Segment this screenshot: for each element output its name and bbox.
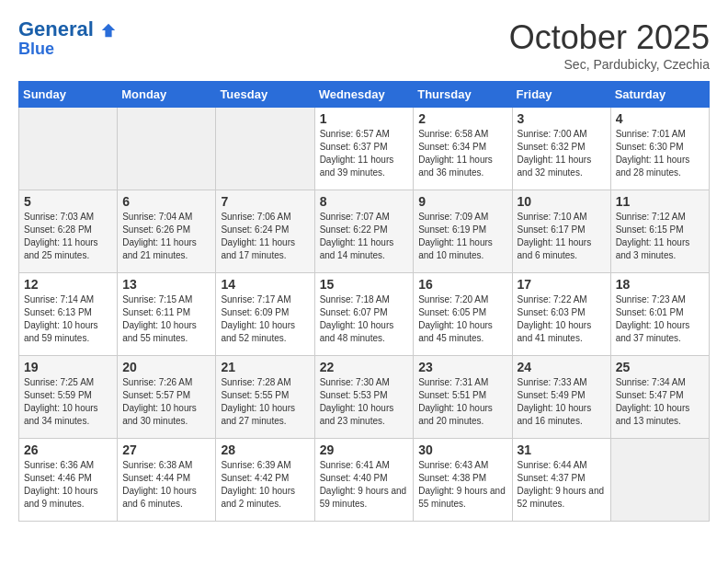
day-number: 1 bbox=[320, 111, 409, 126]
day-info: Sunrise: 6:39 AMSunset: 4:42 PMDaylight:… bbox=[221, 459, 309, 511]
day-number: 18 bbox=[616, 277, 704, 292]
day-number: 25 bbox=[616, 360, 704, 374]
day-info: Sunrise: 7:33 AMSunset: 5:49 PMDaylight:… bbox=[518, 376, 606, 428]
calendar-week-row: 12Sunrise: 7:14 AMSunset: 6:13 PMDayligh… bbox=[19, 273, 710, 356]
day-number: 13 bbox=[122, 277, 210, 292]
calendar-cell: 28Sunrise: 6:39 AMSunset: 4:42 PMDayligh… bbox=[216, 439, 314, 522]
day-number: 2 bbox=[418, 111, 506, 126]
day-number: 30 bbox=[418, 442, 506, 457]
day-number: 7 bbox=[221, 194, 309, 209]
day-number: 28 bbox=[221, 442, 309, 457]
calendar-cell: 19Sunrise: 7:25 AMSunset: 5:59 PMDayligh… bbox=[19, 356, 118, 439]
day-info: Sunrise: 7:34 AMSunset: 5:47 PMDaylight:… bbox=[616, 376, 704, 428]
day-number: 31 bbox=[518, 442, 606, 457]
day-number: 4 bbox=[616, 111, 704, 126]
day-number: 12 bbox=[24, 277, 112, 292]
calendar-cell bbox=[216, 108, 314, 190]
day-number: 27 bbox=[122, 442, 210, 457]
logo: General Blue bbox=[18, 18, 117, 59]
calendar-cell: 9Sunrise: 7:09 AMSunset: 6:19 PMDaylight… bbox=[414, 190, 512, 273]
month-title: October 2025 bbox=[509, 18, 710, 57]
logo-subtext: Blue bbox=[18, 40, 117, 59]
weekday-header: Tuesday bbox=[216, 82, 314, 108]
day-info: Sunrise: 6:44 AMSunset: 4:37 PMDaylight:… bbox=[518, 459, 606, 511]
weekday-header: Wednesday bbox=[314, 82, 414, 108]
day-info: Sunrise: 6:36 AMSunset: 4:46 PMDaylight:… bbox=[24, 459, 112, 511]
calendar-cell: 18Sunrise: 7:23 AMSunset: 6:01 PMDayligh… bbox=[610, 273, 709, 356]
day-info: Sunrise: 7:28 AMSunset: 5:55 PMDaylight:… bbox=[221, 376, 309, 428]
calendar-cell: 22Sunrise: 7:30 AMSunset: 5:53 PMDayligh… bbox=[314, 356, 414, 439]
day-number: 19 bbox=[24, 360, 112, 374]
weekday-header: Sunday bbox=[19, 82, 118, 108]
day-info: Sunrise: 6:58 AMSunset: 6:34 PMDaylight:… bbox=[418, 128, 506, 179]
day-number: 23 bbox=[418, 360, 506, 374]
calendar-cell: 2Sunrise: 6:58 AMSunset: 6:34 PMDaylight… bbox=[414, 108, 512, 190]
day-number: 21 bbox=[221, 360, 309, 374]
day-number: 5 bbox=[24, 194, 112, 209]
day-number: 26 bbox=[24, 442, 112, 457]
day-number: 29 bbox=[320, 442, 409, 457]
logo-text: General bbox=[18, 18, 117, 40]
calendar-cell: 25Sunrise: 7:34 AMSunset: 5:47 PMDayligh… bbox=[610, 356, 709, 439]
day-info: Sunrise: 6:57 AMSunset: 6:37 PMDaylight:… bbox=[320, 128, 409, 179]
day-info: Sunrise: 6:38 AMSunset: 4:44 PMDaylight:… bbox=[122, 459, 210, 511]
calendar-cell: 10Sunrise: 7:10 AMSunset: 6:17 PMDayligh… bbox=[512, 190, 610, 273]
day-info: Sunrise: 6:41 AMSunset: 4:40 PMDaylight:… bbox=[320, 459, 409, 511]
calendar-cell: 23Sunrise: 7:31 AMSunset: 5:51 PMDayligh… bbox=[414, 356, 512, 439]
calendar-table: SundayMondayTuesdayWednesdayThursdayFrid… bbox=[18, 81, 710, 522]
day-number: 24 bbox=[518, 360, 606, 374]
day-number: 15 bbox=[320, 277, 409, 292]
day-info: Sunrise: 7:14 AMSunset: 6:13 PMDaylight:… bbox=[24, 293, 112, 345]
calendar-cell: 3Sunrise: 7:00 AMSunset: 6:32 PMDaylight… bbox=[512, 108, 610, 190]
calendar-cell: 11Sunrise: 7:12 AMSunset: 6:15 PMDayligh… bbox=[610, 190, 709, 273]
day-info: Sunrise: 7:17 AMSunset: 6:09 PMDaylight:… bbox=[221, 293, 309, 345]
day-info: Sunrise: 7:15 AMSunset: 6:11 PMDaylight:… bbox=[122, 293, 210, 345]
day-info: Sunrise: 7:22 AMSunset: 6:03 PMDaylight:… bbox=[518, 293, 606, 345]
day-info: Sunrise: 7:03 AMSunset: 6:28 PMDaylight:… bbox=[24, 211, 112, 262]
calendar-week-row: 5Sunrise: 7:03 AMSunset: 6:28 PMDaylight… bbox=[19, 190, 710, 273]
day-info: Sunrise: 7:25 AMSunset: 5:59 PMDaylight:… bbox=[24, 376, 112, 428]
day-info: Sunrise: 7:20 AMSunset: 6:05 PMDaylight:… bbox=[418, 293, 506, 345]
day-info: Sunrise: 7:07 AMSunset: 6:22 PMDaylight:… bbox=[320, 211, 409, 262]
day-info: Sunrise: 7:00 AMSunset: 6:32 PMDaylight:… bbox=[518, 128, 606, 179]
calendar-cell bbox=[610, 439, 709, 522]
calendar-week-row: 26Sunrise: 6:36 AMSunset: 4:46 PMDayligh… bbox=[19, 439, 710, 522]
day-info: Sunrise: 7:18 AMSunset: 6:07 PMDaylight:… bbox=[320, 293, 409, 345]
day-info: Sunrise: 7:23 AMSunset: 6:01 PMDaylight:… bbox=[616, 293, 704, 345]
calendar-cell: 20Sunrise: 7:26 AMSunset: 5:57 PMDayligh… bbox=[118, 356, 216, 439]
day-number: 10 bbox=[518, 194, 606, 209]
calendar-cell: 27Sunrise: 6:38 AMSunset: 4:44 PMDayligh… bbox=[118, 439, 216, 522]
day-number: 14 bbox=[221, 277, 309, 292]
day-number: 6 bbox=[122, 194, 210, 209]
day-info: Sunrise: 7:26 AMSunset: 5:57 PMDaylight:… bbox=[122, 376, 210, 428]
day-info: Sunrise: 7:12 AMSunset: 6:15 PMDaylight:… bbox=[616, 211, 704, 262]
title-block: October 2025 Sec, Pardubicky, Czechia bbox=[509, 18, 710, 72]
calendar-cell: 12Sunrise: 7:14 AMSunset: 6:13 PMDayligh… bbox=[19, 273, 118, 356]
day-info: Sunrise: 7:31 AMSunset: 5:51 PMDaylight:… bbox=[418, 376, 506, 428]
calendar-cell: 17Sunrise: 7:22 AMSunset: 6:03 PMDayligh… bbox=[512, 273, 610, 356]
calendar-cell: 7Sunrise: 7:06 AMSunset: 6:24 PMDaylight… bbox=[216, 190, 314, 273]
calendar-cell: 5Sunrise: 7:03 AMSunset: 6:28 PMDaylight… bbox=[19, 190, 118, 273]
calendar-week-row: 19Sunrise: 7:25 AMSunset: 5:59 PMDayligh… bbox=[19, 356, 710, 439]
calendar-week-row: 1Sunrise: 6:57 AMSunset: 6:37 PMDaylight… bbox=[19, 108, 710, 190]
weekday-header-row: SundayMondayTuesdayWednesdayThursdayFrid… bbox=[19, 82, 710, 108]
weekday-header: Thursday bbox=[414, 82, 512, 108]
day-number: 11 bbox=[616, 194, 704, 209]
day-number: 22 bbox=[320, 360, 409, 374]
calendar-cell bbox=[118, 108, 216, 190]
calendar-cell: 16Sunrise: 7:20 AMSunset: 6:05 PMDayligh… bbox=[414, 273, 512, 356]
calendar-cell bbox=[19, 108, 118, 190]
calendar-cell: 4Sunrise: 7:01 AMSunset: 6:30 PMDaylight… bbox=[610, 108, 709, 190]
day-info: Sunrise: 7:04 AMSunset: 6:26 PMDaylight:… bbox=[122, 211, 210, 262]
calendar-cell: 21Sunrise: 7:28 AMSunset: 5:55 PMDayligh… bbox=[216, 356, 314, 439]
calendar-cell: 30Sunrise: 6:43 AMSunset: 4:38 PMDayligh… bbox=[414, 439, 512, 522]
weekday-header: Saturday bbox=[610, 82, 709, 108]
day-number: 3 bbox=[518, 111, 606, 126]
weekday-header: Friday bbox=[512, 82, 610, 108]
calendar-cell: 6Sunrise: 7:04 AMSunset: 6:26 PMDaylight… bbox=[118, 190, 216, 273]
day-number: 9 bbox=[418, 194, 506, 209]
calendar-cell: 24Sunrise: 7:33 AMSunset: 5:49 PMDayligh… bbox=[512, 356, 610, 439]
page-header: General Blue October 2025 Sec, Pardubick… bbox=[18, 18, 710, 72]
day-info: Sunrise: 7:30 AMSunset: 5:53 PMDaylight:… bbox=[320, 376, 409, 428]
day-info: Sunrise: 7:09 AMSunset: 6:19 PMDaylight:… bbox=[418, 211, 506, 262]
